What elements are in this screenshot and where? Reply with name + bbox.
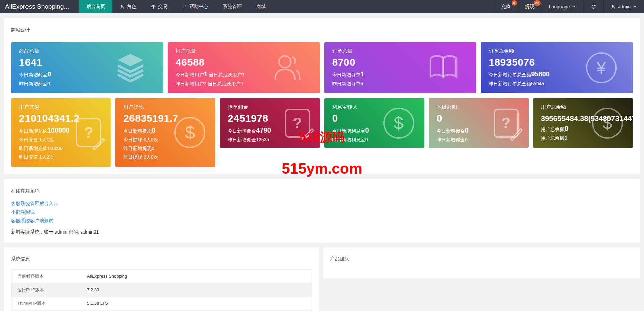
stat-card: 抢单佣金 2451978 今日新增佣金4790昨日新增佣金13535 ? <box>220 98 320 148</box>
stats-panel: 商城统计 商品总量 1641 今日新增商品0昨日新增商品0 用户总量 46588… <box>4 18 640 174</box>
scales-icon <box>151 4 156 9</box>
nav-menu-item[interactable]: 后台首页 <box>79 0 112 13</box>
admin-label: admin <box>618 4 631 9</box>
doc-question-icon: ? <box>285 109 310 138</box>
recharge-badge: 0 <box>512 0 517 6</box>
system-info-row: 当前程序版本 AliExpress Shopping <box>11 270 312 283</box>
dollar-circle-icon: $ <box>383 108 414 139</box>
nav-menu-item-label: 交易 <box>158 4 167 10</box>
question-mark: ? <box>293 115 302 132</box>
stat-card-line: 昨日提现 0人0次 <box>123 153 207 161</box>
stat-card-icon-host <box>114 50 147 85</box>
dollar-circle-icon: $ <box>174 117 205 148</box>
system-info-table: 当前程序版本 AliExpress Shopping 运行PHP版本 7.2.3… <box>11 269 312 311</box>
withdraw-button[interactable]: 提现 22 <box>518 0 542 13</box>
team-panel-title: 产品团队 <box>330 247 633 262</box>
users-icon <box>270 50 304 84</box>
stats-row-2: 用户充值 210104341.2 今日新增充值100000今日充值 1人1次昨日… <box>11 98 633 167</box>
nav-menu-item-label: 帮助中心 <box>189 4 208 10</box>
refresh-icon <box>591 4 596 10</box>
nav-menu-item[interactable]: 角色 <box>112 0 144 13</box>
navbar-right: 充值 0 提现 22 Language admin <box>494 0 644 13</box>
admin-dropdown[interactable]: admin <box>603 0 644 13</box>
nav-menu: 后台首页 角色 交易 帮助中心 系统管理 商城 <box>79 0 273 13</box>
person-icon <box>611 4 616 9</box>
recharge-button[interactable]: 充值 0 <box>494 0 518 13</box>
top-navbar: AliExpress Shopping... 后台首页 角色 交易 帮助中心 系… <box>0 0 644 13</box>
app-brand: AliExpress Shopping... <box>0 0 74 13</box>
language-dropdown[interactable]: Language <box>542 0 583 13</box>
nav-menu-item[interactable]: 商城 <box>249 0 273 13</box>
nav-menu-item[interactable]: 交易 <box>144 0 175 13</box>
stats-row-1: 商品总量 1641 今日新增商品0昨日新增商品0 用户总量 46588 今日新增… <box>11 42 633 93</box>
nav-menu-item-label: 系统管理 <box>223 4 241 10</box>
language-label: Language <box>549 4 570 9</box>
service-panel: 在线客服系统 客服系统管理后台入口小部件测试客服系统客户端测试 新增客服系统，账… <box>4 179 640 243</box>
recharge-label: 充值 <box>501 4 511 10</box>
system-info-label: ThinkPHP版本 <box>11 300 87 306</box>
system-info-label: 运行PHP版本 <box>11 287 87 293</box>
stat-card: 用户充值 210104341.2 今日新增充值100000今日充值 1人1次昨日… <box>11 98 111 167</box>
doc-question-icon: ? <box>76 118 101 147</box>
question-mark: ? <box>501 115 511 132</box>
stat-card: 商品总量 1641 今日新增商品0昨日新增商品0 <box>11 42 163 93</box>
stat-card-icon-host: $ <box>592 108 623 139</box>
withdraw-badge: 22 <box>534 0 540 6</box>
dollar-circle-icon: $ <box>592 108 623 139</box>
stat-card: 用户提现 26835191.7 今日新增提现0今日提现 0人0次昨日新增提现0昨… <box>115 98 215 167</box>
layers-icon <box>114 50 147 84</box>
stat-card-icon-host: ¥ <box>586 52 617 83</box>
system-info-row: 运行PHP版本 7.2.33 <box>11 283 312 297</box>
system-info-row: ThinkPHP版本 5.1.38 LTS <box>11 297 312 310</box>
system-panel-title: 系统信息 <box>11 247 312 262</box>
system-info-label: 当前程序版本 <box>11 273 87 279</box>
chevron-up-icon <box>572 5 576 9</box>
service-note: 新增客服系统，账号:admin 密码: admin01 <box>11 229 633 237</box>
nav-menu-item-label: 商城 <box>256 4 266 10</box>
system-info-panel: 系统信息 当前程序版本 AliExpress Shopping 运行PHP版本 … <box>4 247 319 311</box>
stat-card-icon-host: ? <box>76 118 101 147</box>
doc-question-icon: ? <box>494 109 519 138</box>
service-panel-title: 在线客服系统 <box>11 179 633 194</box>
person-icon <box>120 4 125 9</box>
nav-menu-item-label: 后台首页 <box>86 4 105 10</box>
flag-icon <box>182 4 187 9</box>
team-panel: 产品团队 <box>323 247 640 278</box>
stat-card-title: 用户充值 <box>19 104 103 110</box>
service-link[interactable]: 小部件测试 <box>11 208 633 216</box>
stats-panel-title: 商城统计 <box>11 18 633 33</box>
chevron-up-icon <box>633 5 637 9</box>
system-info-value: 5.1.38 LTS <box>87 301 108 306</box>
stat-card-line: 昨日充值 1人2次 <box>19 153 103 161</box>
stat-card-title: 用户提现 <box>123 104 207 110</box>
stat-card-icon-host: ? <box>285 109 310 138</box>
service-link[interactable]: 客服系统客户端测试 <box>11 216 633 225</box>
stat-card-icon-host: $ <box>174 117 205 148</box>
service-link[interactable]: 客服系统管理后台入口 <box>11 199 633 208</box>
yen-circle-icon: ¥ <box>586 52 617 83</box>
stat-card: 订单总量 8700 今日新增订单1昨日新增订单5 <box>324 42 477 93</box>
stat-card: 订单总金额 18935076 今日新增订单总金额95800昨日新增订单总金额55… <box>481 42 633 93</box>
nav-menu-item[interactable]: 帮助中心 <box>175 0 215 13</box>
stat-card-icon-host <box>270 50 304 85</box>
nav-menu-item-label: 角色 <box>127 4 136 10</box>
stat-card: 用户总余额 395655484.38(53480731447) 用户总余额0用户… <box>533 98 633 148</box>
system-info-value: 7.2.33 <box>87 287 99 292</box>
stat-card-icon-host <box>427 50 460 85</box>
question-mark: ? <box>84 124 93 141</box>
bottom-row: 系统信息 当前程序版本 AliExpress Shopping 运行PHP版本 … <box>4 247 640 311</box>
stat-card: 下级返佣 0 今日新增佣金0昨日新增佣金0 ? <box>429 98 529 148</box>
nav-menu-item[interactable]: 系统管理 <box>215 0 249 13</box>
refresh-button[interactable] <box>583 0 603 13</box>
withdraw-label: 提现 <box>525 4 535 10</box>
book-icon <box>427 50 460 84</box>
stat-card: 利息宝转入 0 今日新增利息宝0昨日新增利息宝0 $ <box>324 98 424 148</box>
system-info-value: AliExpress Shopping <box>87 274 127 279</box>
navbar-left: AliExpress Shopping... 后台首页 角色 交易 帮助中心 系… <box>0 0 273 13</box>
service-links: 客服系统管理后台入口小部件测试客服系统客户端测试 <box>11 199 633 225</box>
stat-card-icon-host: $ <box>383 108 414 139</box>
stat-card-icon-host: ? <box>494 109 519 138</box>
stat-card: 用户总量 46588 今日新增用户1 当日总活跃用户1昨日新增用户2 当日总活跃… <box>168 42 320 93</box>
